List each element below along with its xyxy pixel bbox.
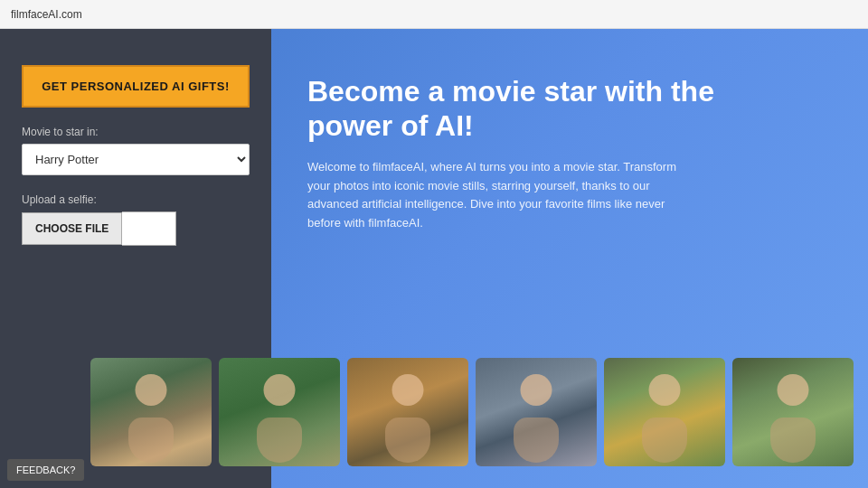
- gallery-face-5: [604, 358, 725, 466]
- upload-label: Upload a selfie:: [22, 193, 250, 206]
- gallery-item: [347, 358, 468, 466]
- movie-select[interactable]: Harry Potter Star Wars Avengers Jurassic…: [22, 144, 250, 175]
- top-bar: filmfaceAI.com: [0, 0, 868, 29]
- hero-title: Become a movie star with the power of AI…: [307, 74, 741, 144]
- gallery-face-1: [90, 358, 212, 466]
- gallery-item: [90, 358, 212, 466]
- hero-description: Welcome to filmfaceAI, where AI turns yo…: [307, 158, 687, 233]
- gallery-item: [604, 358, 725, 466]
- movie-label: Movie to star in:: [22, 126, 250, 138]
- gallery-face-2: [219, 358, 340, 466]
- gallery-item: [732, 358, 854, 466]
- cta-button[interactable]: GET PERSONALIZED AI GIFTS!: [22, 65, 250, 108]
- upload-form-group: Upload a selfie: CHOOSE FILE: [22, 193, 250, 246]
- gallery-face-6: [732, 358, 854, 466]
- gallery-face-4: [476, 358, 597, 466]
- gallery-item: [476, 358, 597, 466]
- movie-form-group: Movie to star in: Harry Potter Star Wars…: [22, 126, 250, 175]
- gallery-face-3: [347, 358, 468, 466]
- file-name-display: [122, 211, 176, 246]
- upload-row: CHOOSE FILE: [22, 211, 250, 246]
- gallery: [90, 358, 854, 466]
- feedback-button[interactable]: FEEDBACK?: [7, 459, 84, 481]
- gallery-item: [219, 358, 340, 466]
- choose-file-button[interactable]: CHOOSE FILE: [22, 212, 122, 245]
- site-title: filmfaceAI.com: [11, 8, 82, 21]
